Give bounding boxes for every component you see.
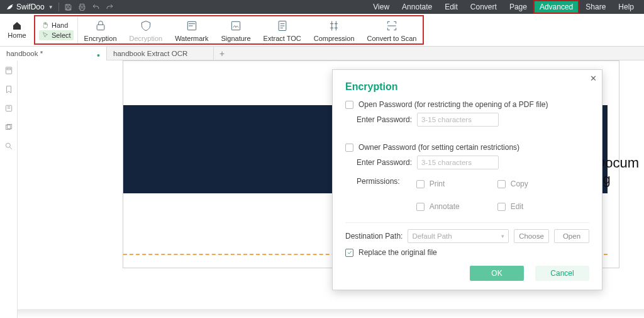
scan-icon <box>386 20 398 32</box>
attachment-icon <box>4 104 13 113</box>
save-button[interactable] <box>62 0 75 14</box>
plus-icon: + <box>219 48 225 59</box>
redo-button[interactable] <box>103 0 117 14</box>
hand-label: Hand <box>52 21 68 29</box>
destination-row: Destination Path: Default Path ▾ Choose … <box>345 229 589 243</box>
doc-tab-2-label: handbook Extract OCR <box>113 50 187 57</box>
extract-toc-label: Extract TOC <box>264 35 301 42</box>
new-tab-button[interactable]: + <box>214 48 230 59</box>
compress-icon <box>328 20 340 32</box>
dialog-title: Encryption <box>345 81 589 93</box>
extract-toc-tool[interactable]: Extract TOC <box>257 16 308 43</box>
hand-tool[interactable]: Hand <box>39 20 74 30</box>
menu-share[interactable]: Share <box>579 0 612 14</box>
perm-edit-checkbox[interactable] <box>497 203 506 211</box>
doc-tab-1-label: handbook * <box>6 50 43 57</box>
encryption-tool[interactable]: Encryption <box>78 16 123 43</box>
menubar: SwifDoo ▼ View Annotate Edit Convert Pag… <box>0 0 644 14</box>
open-password-entry-row: Enter Password: <box>357 113 589 127</box>
perm-annotate-checkbox[interactable] <box>416 203 425 211</box>
open-password-checkbox[interactable] <box>345 101 353 109</box>
thumbnails-icon <box>4 66 13 75</box>
dialog-actions: OK Cancel <box>345 266 589 281</box>
home-button[interactable]: Home <box>0 14 34 46</box>
scan-label: Convert to Scan <box>367 35 417 42</box>
open-button[interactable]: Open <box>554 229 589 243</box>
perm-annotate-label: Annotate <box>430 202 460 211</box>
signature-label: Signature <box>221 35 251 42</box>
sign-icon <box>230 20 242 32</box>
replace-label: Replace the original file <box>358 248 437 257</box>
cancel-button[interactable]: Cancel <box>535 266 589 281</box>
decryption-label: Decryption <box>130 35 163 42</box>
app-brand[interactable]: SwifDoo ▼ <box>4 3 56 11</box>
destination-label: Destination Path: <box>345 232 402 241</box>
doc-tab-2[interactable]: handbook Extract OCR <box>107 47 214 60</box>
compression-label: Compression <box>314 35 355 42</box>
permissions-grid: Print Annotate Copy Edit <box>416 176 528 215</box>
perm-print-checkbox[interactable] <box>416 180 425 188</box>
chevron-down-icon: ▼ <box>48 4 53 10</box>
convert-to-scan-tool[interactable]: Convert to Scan <box>361 16 423 43</box>
search-panel-button[interactable] <box>4 141 14 151</box>
save-icon <box>64 3 72 11</box>
bookmark-icon <box>4 85 13 94</box>
home-icon <box>11 21 23 31</box>
menu-edit[interactable]: Edit <box>438 0 464 14</box>
print-button[interactable] <box>75 0 89 14</box>
menu-advanced[interactable]: Advanced <box>533 0 579 14</box>
document-tabstrip: handbook * • handbook Extract OCR + <box>0 47 644 60</box>
permissions-label: Permissions: <box>357 177 400 186</box>
cursor-tools: Hand Select <box>35 16 78 43</box>
doc-tab-1[interactable]: handbook * • <box>0 47 107 60</box>
svg-point-9 <box>6 143 10 147</box>
replace-row: Replace the original file <box>345 248 589 257</box>
ribbon: Home Hand Select Encryption Decryption W… <box>0 14 644 47</box>
bottom-shadow <box>18 309 644 318</box>
svg-rect-2 <box>231 21 240 30</box>
menu-annotate[interactable]: Annotate <box>396 0 438 14</box>
layers-icon <box>4 123 13 132</box>
menu-page[interactable]: Page <box>503 0 533 14</box>
ok-button[interactable]: OK <box>470 266 524 281</box>
attachments-panel-button[interactable] <box>4 103 14 113</box>
choose-button[interactable]: Choose <box>514 229 549 243</box>
dialog-separator <box>345 222 589 223</box>
compression-tool[interactable]: Compression <box>308 16 361 43</box>
encryption-label: Encryption <box>84 35 117 42</box>
perm-copy-checkbox[interactable] <box>497 180 506 188</box>
undo-button[interactable] <box>89 0 103 14</box>
redo-icon <box>106 3 114 11</box>
app-name: SwifDoo <box>16 3 45 11</box>
owner-password-checkbox[interactable] <box>345 144 353 152</box>
select-tool[interactable]: Select <box>39 30 74 40</box>
signature-tool[interactable]: Signature <box>215 16 257 43</box>
decryption-tool[interactable]: Decryption <box>123 16 169 43</box>
menu-help[interactable]: Help <box>612 0 640 14</box>
replace-checkbox[interactable] <box>345 249 353 257</box>
dialog-close-button[interactable]: ✕ <box>590 74 597 83</box>
watermark-tool[interactable]: Watermark <box>169 16 214 43</box>
svg-rect-5 <box>7 69 11 70</box>
home-label: Home <box>8 31 26 39</box>
chevron-down-icon: ▾ <box>501 233 504 239</box>
menu-view[interactable]: View <box>367 0 396 14</box>
print-icon <box>78 3 86 11</box>
bookmarks-panel-button[interactable] <box>4 84 14 94</box>
close-icon: ✕ <box>590 74 597 83</box>
layers-panel-button[interactable] <box>4 122 14 132</box>
lock-icon <box>94 20 107 32</box>
encryption-dialog: ✕ Encryption Open Password (for restrict… <box>332 69 602 290</box>
watermark-icon <box>186 20 198 32</box>
toc-icon <box>276 20 289 32</box>
open-password-input[interactable] <box>417 113 499 127</box>
watermark-label: Watermark <box>175 35 208 42</box>
destination-select[interactable]: Default Path ▾ <box>408 229 509 243</box>
thumbnails-panel-button[interactable] <box>4 65 14 76</box>
owner-password-input[interactable] <box>417 156 499 169</box>
permissions-row: Permissions: Print Annotate Copy Edit <box>357 176 589 215</box>
menu-convert[interactable]: Convert <box>464 0 503 14</box>
perm-copy-label: Copy <box>511 179 528 188</box>
search-icon <box>4 142 13 150</box>
destination-value: Default Path <box>412 232 452 240</box>
